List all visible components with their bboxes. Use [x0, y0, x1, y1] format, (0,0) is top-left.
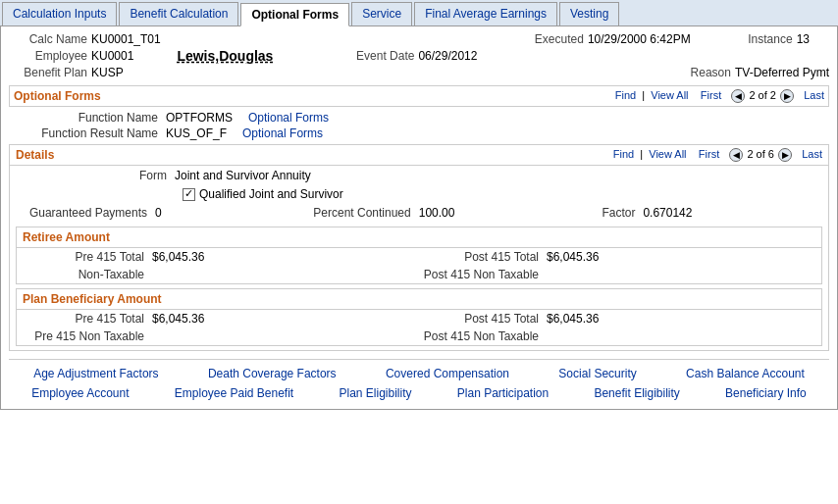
optional-forms-view-all[interactable]: View All [651, 89, 688, 101]
tab-optional-forms[interactable]: Optional Forms [240, 3, 349, 26]
executed-value: 10/29/2000 6:42PM [588, 32, 691, 46]
instance-value: 13 [797, 32, 810, 46]
footer-age-adj[interactable]: Age Adjustment Factors [33, 367, 158, 380]
details-first[interactable]: First [699, 148, 719, 160]
header-row-3: Benefit Plan KUSP Reason TV-Deferred Pym… [9, 66, 829, 79]
pre415-col: Pre 415 Total $6,045.36 [25, 250, 419, 264]
footer-social-sec[interactable]: Social Security [558, 367, 636, 380]
details-prev-arrow[interactable]: ◀ [729, 148, 743, 162]
employee-name[interactable]: Lewis,Douglas [177, 48, 273, 64]
pb-pre415-col: Pre 415 Total $6,045.36 [25, 312, 419, 326]
post415-col: Post 415 Total $6,045.36 [419, 250, 813, 264]
benefit-plan-value: KUSP [91, 66, 124, 79]
function-name-value: OPTFORMS [166, 111, 233, 125]
footer-links: Age Adjustment Factors Death Coverage Fa… [9, 359, 829, 403]
retiree-row-2: Non-Taxable Post 415 Non Taxable [17, 266, 821, 283]
employee-label: Employee [9, 49, 87, 63]
function-result-row: Function Result Name KUS_OF_F Optional F… [9, 126, 829, 140]
footer-beneficiary[interactable]: Beneficiary Info [725, 386, 807, 400]
function-name-row: Function Name OPTFORMS Optional Forms [9, 111, 829, 125]
details-section: Details Find | View All First ◀ 2 of 6 ▶… [9, 144, 829, 351]
post415-non-taxable-label: Post 415 Non Taxable [419, 268, 547, 281]
function-name-link[interactable]: Optional Forms [248, 111, 329, 125]
checkbox-row: Qualified Joint and Survivor [175, 185, 828, 203]
optional-forms-nav: Find | View All First ◀ 2 of 2 ▶ Last [615, 89, 824, 103]
details-nav-of: 2 of 6 [747, 148, 774, 160]
calc-name-label: Calc Name [9, 32, 87, 46]
instance-label: Instance [714, 32, 793, 46]
event-date-label: Event Date [336, 49, 414, 63]
pb-post415-col: Post 415 Total $6,045.36 [419, 312, 813, 326]
function-result-label: Function Result Name [9, 126, 166, 140]
details-view-all[interactable]: View All [649, 148, 686, 160]
tab-vesting[interactable]: Vesting [559, 2, 619, 25]
footer-death-cov[interactable]: Death Coverage Factors [208, 367, 337, 380]
details-find[interactable]: Find [613, 148, 634, 160]
form-value: Joint and Survivor Annuity [175, 169, 311, 182]
tab-final-avg-earnings[interactable]: Final Average Earnings [414, 2, 557, 25]
function-result-link[interactable]: Optional Forms [242, 126, 323, 140]
guaranteed-label: Guaranteed Payments [18, 206, 155, 220]
optional-forms-first[interactable]: First [701, 89, 721, 101]
tab-service[interactable]: Service [351, 2, 412, 25]
employee-id: KU0001 [91, 49, 133, 63]
guaranteed-value: 0 [155, 206, 162, 220]
header-row-1: Calc Name KU0001_T01 Executed 10/29/2000… [9, 32, 829, 46]
plan-beneficiary-section: Plan Beneficiary Amount Pre 415 Total $6… [16, 288, 822, 346]
plan-ben-row-1: Pre 415 Total $6,045.36 Post 415 Total $… [17, 310, 821, 328]
optional-forms-prev-arrow[interactable]: ◀ [731, 89, 745, 103]
factor-group: Factor 0.670142 [584, 206, 820, 220]
footer-plan-elig[interactable]: Plan Eligibility [339, 386, 411, 400]
retiree-amount-header: Retiree Amount [17, 227, 821, 248]
function-name-label: Function Name [9, 111, 166, 125]
optional-forms-title: Optional Forms [14, 89, 101, 103]
optional-forms-nav-of: 2 of 2 [749, 89, 776, 101]
optional-forms-next-arrow[interactable]: ▶ [780, 89, 794, 103]
event-date-value: 06/29/2012 [418, 49, 477, 63]
reason-label: Reason [653, 66, 731, 79]
pb-post415-label: Post 415 Total [419, 312, 547, 326]
executed-label: Executed [505, 32, 584, 46]
details-nav: Find | View All First ◀ 2 of 6 ▶ Last [613, 148, 822, 162]
footer-covered-comp[interactable]: Covered Compensation [386, 367, 509, 380]
form-label: Form [18, 169, 175, 182]
optional-forms-last[interactable]: Last [804, 89, 824, 101]
reason-value: TV-Deferred Pymt [735, 66, 829, 79]
footer-plan-part[interactable]: Plan Participation [457, 386, 549, 400]
percent-group: Percent Continued 100.00 [301, 206, 585, 220]
details-last[interactable]: Last [802, 148, 822, 160]
percent-label: Percent Continued [301, 206, 419, 220]
percent-value: 100.00 [419, 206, 455, 220]
tab-benefit-calc[interactable]: Benefit Calculation [119, 2, 238, 25]
function-result-value: KUS_OF_F [166, 126, 227, 140]
footer-row-1: Age Adjustment Factors Death Coverage Fa… [9, 364, 829, 383]
retiree-row-1: Pre 415 Total $6,045.36 Post 415 Total $… [17, 248, 821, 266]
checkbox-label: Qualified Joint and Survivor [199, 187, 343, 201]
non-taxable-label: Non-Taxable [25, 268, 152, 281]
optional-forms-find[interactable]: Find [615, 89, 636, 101]
main-content: Calc Name KU0001_T01 Executed 10/29/2000… [0, 26, 838, 410]
form-row: Form Joint and Survivor Annuity [10, 166, 828, 185]
benefit-plan-label: Benefit Plan [9, 66, 87, 79]
pb-pre415-value: $6,045.36 [152, 312, 221, 326]
plan-ben-row-2: Pre 415 Non Taxable Post 415 Non Taxable [17, 328, 821, 345]
footer-benefit-elig[interactable]: Benefit Eligibility [594, 386, 679, 400]
post415-label: Post 415 Total [419, 250, 547, 264]
factor-value: 0.670142 [643, 206, 692, 220]
qualified-checkbox[interactable] [183, 188, 195, 201]
tab-bar: Calculation Inputs Benefit Calculation O… [0, 0, 838, 26]
pb-post415-nt-col: Post 415 Non Taxable [419, 329, 813, 343]
footer-cash-bal[interactable]: Cash Balance Account [686, 367, 805, 380]
pre415-value: $6,045.36 [152, 250, 221, 264]
factor-label: Factor [584, 206, 643, 220]
footer-emp-paid[interactable]: Employee Paid Benefit [175, 386, 293, 400]
details-next-arrow[interactable]: ▶ [778, 148, 792, 162]
pb-post415-value: $6,045.36 [547, 312, 615, 326]
footer-row-2: Employee Account Employee Paid Benefit P… [9, 383, 829, 403]
tab-calc-inputs[interactable]: Calculation Inputs [2, 2, 117, 25]
pb-pre415-label: Pre 415 Total [25, 312, 152, 326]
footer-emp-account[interactable]: Employee Account [31, 386, 129, 400]
pre415-label: Pre 415 Total [25, 250, 152, 264]
post415-value: $6,045.36 [547, 250, 615, 264]
header-section: Calc Name KU0001_T01 Executed 10/29/2000… [9, 32, 829, 79]
